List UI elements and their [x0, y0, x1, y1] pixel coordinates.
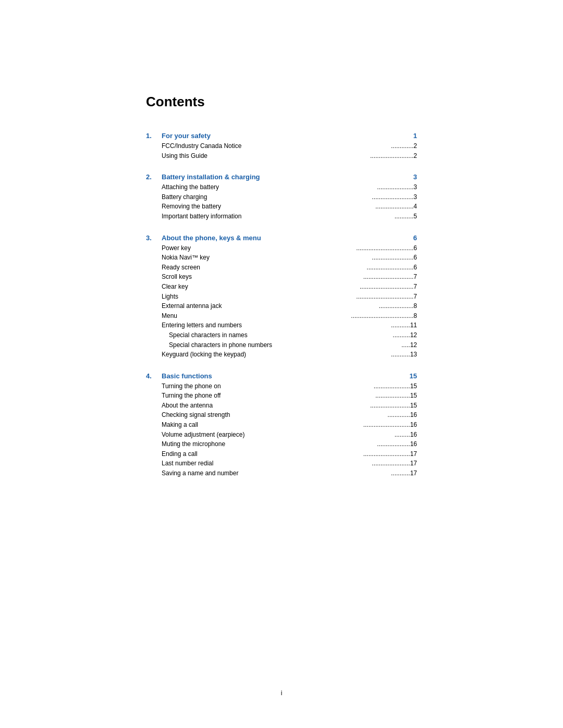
toc-entry: Battery charging........................…: [162, 192, 417, 202]
entry-text: Ending a call: [162, 449, 198, 459]
page-title: Contents: [146, 94, 417, 110]
entry-text: About the antenna: [162, 401, 213, 411]
section-content: Basic functions15Turning the phone on...…: [162, 366, 417, 480]
section-title: About the phone, keys & menu: [162, 234, 261, 242]
section-row: 3.About the phone, keys & menu6Power key…: [146, 228, 417, 362]
toc-entry: About the antenna.......................…: [162, 401, 417, 411]
entry-text: Power key: [162, 243, 191, 253]
entry-text: Ready screen: [162, 263, 200, 273]
section-spacer: [146, 480, 417, 485]
entry-text: Scroll keys: [162, 272, 192, 282]
toc-entry: Clear key...............................…: [162, 282, 417, 292]
toc-entry: External antenna jack...................…: [162, 301, 417, 311]
entry-dots-page: ....................8: [379, 301, 417, 311]
entry-dots-page: ...........5: [395, 212, 417, 221]
toc-entry: Making a call...........................…: [162, 420, 417, 430]
toc-entry: Volume adjustment (earpiece).........16: [162, 430, 417, 440]
entry-text: Removing the battery: [162, 202, 221, 212]
section-title: Battery installation & charging: [162, 173, 260, 181]
entry-text: Nokia Navi™ key: [162, 253, 210, 263]
entry-text: External antenna jack: [162, 301, 222, 311]
entry-text: Battery charging: [162, 192, 207, 202]
entry-dots-page: ...........13: [391, 350, 417, 360]
entry-dots-page: ...........11: [391, 320, 417, 330]
toc-entry: Scroll keys.............................…: [162, 272, 417, 282]
section-page-number: 15: [410, 372, 417, 380]
toc-entry: FCC/Industry Canada Notice.............2: [162, 141, 417, 151]
toc-entry: Important battery information...........…: [162, 212, 417, 221]
entry-dots-page: ........................3: [372, 192, 417, 202]
entry-dots-page: ......................17: [372, 459, 417, 468]
entry-text: Important battery information: [162, 212, 241, 221]
section-row: 2.Battery installation & charging3Attach…: [146, 167, 417, 223]
entry-dots-page: ...............................7: [360, 282, 417, 292]
entry-dots-page: .......................15: [370, 401, 417, 411]
toc-entry: Lights.................................7: [162, 292, 417, 302]
entry-dots-page: ...........................17: [363, 449, 417, 459]
entry-dots-page: ........................6: [372, 253, 417, 263]
entry-text: Attaching the battery: [162, 182, 219, 192]
entry-text: Volume adjustment (earpiece): [162, 430, 244, 440]
toc-entry: Special characters in names..........12: [162, 330, 417, 340]
section-spacer: [146, 362, 417, 366]
entry-text: Using this Guide: [162, 151, 207, 161]
entry-dots-page: .....................3: [377, 182, 417, 192]
section-spacer: [146, 224, 417, 228]
entry-text: Lights: [162, 292, 178, 302]
section-page-number: 6: [413, 234, 417, 242]
section-number: 3.: [146, 228, 162, 362]
entry-dots-page: .............16: [387, 410, 417, 420]
toc-entry: Entering letters and numbers...........1…: [162, 320, 417, 330]
toc-entry: Ending a call...........................…: [162, 449, 417, 459]
section-content: For your safety1FCC/Industry Canada Noti…: [162, 126, 417, 163]
section-number: 2.: [146, 167, 162, 223]
section-number: 4.: [146, 366, 162, 480]
toc-entry: Power key...............................…: [162, 243, 417, 253]
toc-entry: Saving a name and number...........17: [162, 468, 417, 478]
section-title: For your safety: [162, 132, 211, 140]
toc-entry: Muting the microphone...................…: [162, 439, 417, 449]
toc-entry: Turning the phone on....................…: [162, 381, 417, 391]
page-footer: i: [0, 689, 563, 697]
toc-entry: Keyguard (locking the keypad)...........…: [162, 350, 417, 360]
entry-text: Turning the phone off: [162, 391, 221, 401]
entry-dots-page: .........16: [395, 430, 417, 440]
section-spacer: [146, 163, 417, 167]
toc-entry: Nokia Navi™ key........................6: [162, 253, 417, 263]
entry-dots-page: .................................6: [356, 243, 417, 253]
toc-entry: Turning the phone off...................…: [162, 391, 417, 401]
entry-text: Muting the microphone: [162, 439, 225, 449]
page-container: Contents 1.For your safety1FCC/Industry …: [0, 0, 563, 728]
section-page-number: 1: [413, 132, 417, 140]
section-page-number: 3: [413, 173, 417, 181]
entry-dots-page: .............................7: [363, 272, 417, 282]
entry-text: Keyguard (locking the keypad): [162, 350, 246, 360]
entry-text: Saving a name and number: [162, 468, 238, 478]
entry-dots-page: ...........................6: [366, 263, 417, 273]
entry-dots-page: ...........................16: [363, 420, 417, 430]
toc-entry: Attaching the battery...................…: [162, 182, 417, 192]
toc-table: 1.For your safety1FCC/Industry Canada No…: [146, 126, 417, 485]
entry-text: Making a call: [162, 420, 198, 430]
section-row: 1.For your safety1FCC/Industry Canada No…: [146, 126, 417, 163]
entry-dots-page: .................................7: [356, 292, 417, 302]
entry-dots-page: ....................15: [375, 391, 417, 401]
toc-entry: Menu....................................…: [162, 311, 417, 321]
entry-dots-page: .............2: [391, 141, 417, 151]
entry-text: FCC/Industry Canada Notice: [162, 141, 241, 151]
entry-dots-page: .....................15: [374, 381, 417, 391]
entry-text: Special characters in names: [169, 330, 248, 340]
entry-dots-page: ....................................8: [351, 311, 417, 321]
entry-dots-page: ...................16: [377, 439, 417, 449]
toc-entry: Using this Guide........................…: [162, 151, 417, 161]
toc-entry: Removing the battery....................…: [162, 202, 417, 212]
entry-text: Menu: [162, 311, 177, 321]
section-row: 4.Basic functions15Turning the phone on.…: [146, 366, 417, 480]
toc-entry: Special characters in phone numbers.....…: [162, 340, 417, 350]
section-content: About the phone, keys & menu6Power key..…: [162, 228, 417, 362]
entry-dots-page: ...........17: [391, 468, 417, 478]
toc-entry: Last number redial......................…: [162, 459, 417, 468]
entry-text: Special characters in phone numbers: [169, 340, 272, 350]
entry-text: Last number redial: [162, 459, 213, 468]
entry-dots-page: .....12: [401, 340, 417, 350]
